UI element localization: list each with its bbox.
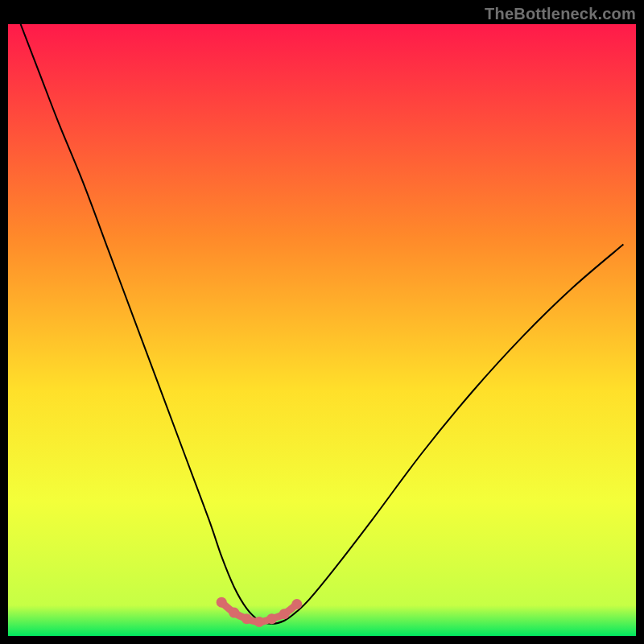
optimal-dot [279, 609, 290, 619]
optimal-dot [291, 599, 302, 609]
plot-area [8, 24, 636, 636]
watermark-text: TheBottleneck.com [485, 5, 636, 23]
optimal-dot [229, 608, 239, 618]
chart-svg [8, 24, 636, 636]
optimal-dot [254, 617, 265, 627]
optimal-dot [217, 597, 227, 608]
gradient-background [8, 24, 636, 636]
chart-stage: TheBottleneck.com [0, 0, 644, 644]
optimal-dot [266, 613, 277, 624]
optimal-dot [242, 613, 252, 624]
